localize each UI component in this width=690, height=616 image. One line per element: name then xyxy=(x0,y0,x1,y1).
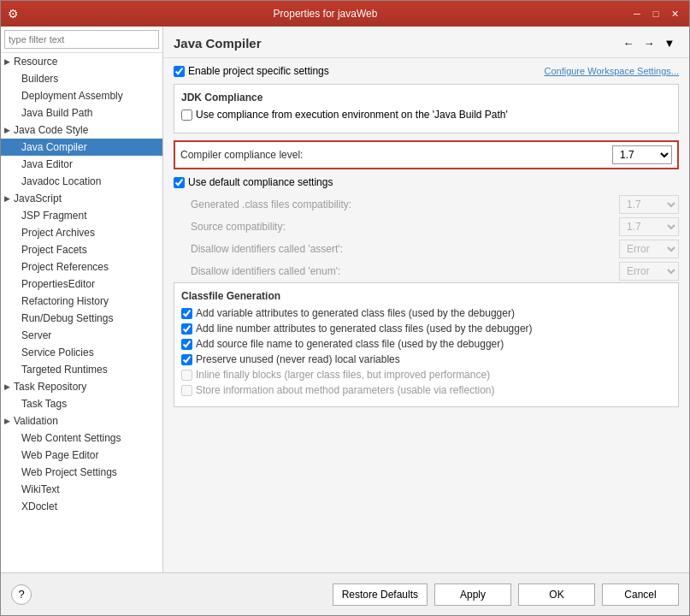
use-defaults-row: Use default compliance settings xyxy=(174,176,679,188)
sidebar-item-server[interactable]: Server xyxy=(1,327,162,344)
restore-defaults-button[interactable]: Restore Defaults xyxy=(333,583,428,606)
classfile-item-checkbox xyxy=(181,370,192,381)
use-defaults-checkbox[interactable] xyxy=(174,177,185,188)
sidebar-item-project-references[interactable]: Project References xyxy=(1,258,162,275)
sidebar-item-task-repository[interactable]: ▶Task Repository xyxy=(1,378,162,395)
content-body: Enable project specific settings Configu… xyxy=(163,58,689,572)
use-exec-env-checkbox[interactable] xyxy=(181,110,192,121)
enable-row: Enable project specific settings Configu… xyxy=(174,65,679,77)
sidebar-item-label-web-content-settings: Web Content Settings xyxy=(21,432,121,444)
classfile-item-checkbox[interactable] xyxy=(181,339,192,350)
sidebar-item-web-page-editor[interactable]: Web Page Editor xyxy=(1,447,162,464)
ok-button[interactable]: OK xyxy=(518,583,595,606)
compliance-setting-select: 1.7 xyxy=(619,195,679,214)
maximize-button[interactable]: □ xyxy=(648,6,663,21)
sidebar-items: ▶ResourceBuildersDeployment AssemblyJava… xyxy=(1,53,162,572)
sidebar-item-label-xdoclet: XDoclet xyxy=(21,500,57,512)
sidebar-item-web-content-settings[interactable]: Web Content Settings xyxy=(1,429,162,447)
compliance-setting-label: Disallow identifiers called 'enum': xyxy=(191,265,619,277)
sidebar-item-label-task-repository: Task Repository xyxy=(14,381,86,393)
java-code-style-arrow-icon: ▶ xyxy=(4,126,10,134)
compliance-setting-row: Disallow identifiers called 'assert':Err… xyxy=(174,238,679,260)
sidebar-item-label-wikitext: WikiText xyxy=(21,483,60,495)
sidebar-item-web-project-settings[interactable]: Web Project Settings xyxy=(1,464,162,481)
sidebar-item-label-project-references: Project References xyxy=(21,261,109,273)
window-controls: ─ □ ✕ xyxy=(629,6,682,21)
sidebar-item-java-editor[interactable]: Java Editor xyxy=(1,156,162,173)
enable-checkbox[interactable] xyxy=(174,66,185,77)
window-icon: ⚙ xyxy=(8,7,21,21)
validation-arrow-icon: ▶ xyxy=(4,417,10,425)
sidebar-item-java-code-style[interactable]: ▶Java Code Style xyxy=(1,121,162,139)
compliance-setting-row: Source compatibility:1.7 xyxy=(174,216,679,238)
sidebar-item-label-java-code-style: Java Code Style xyxy=(14,124,88,136)
sidebar-item-service-policies[interactable]: Service Policies xyxy=(1,344,162,361)
classfile-item-row: Add variable attributes to generated cla… xyxy=(181,307,671,319)
filter-input[interactable] xyxy=(4,30,159,49)
sidebar-item-label-resource: Resource xyxy=(14,56,57,68)
sidebar-item-xdoclet[interactable]: XDoclet xyxy=(1,498,162,515)
sidebar-item-properties-editor[interactable]: PropertiesEditor xyxy=(1,275,162,293)
sidebar-item-deployment-assembly[interactable]: Deployment Assembly xyxy=(1,87,162,104)
sidebar-item-java-build-path[interactable]: Java Build Path xyxy=(1,104,162,121)
sidebar-item-label-javascript: JavaScript xyxy=(14,192,62,204)
sidebar-item-refactoring-history[interactable]: Refactoring History xyxy=(1,293,162,310)
sidebar-item-java-compiler[interactable]: Java Compiler xyxy=(1,139,162,156)
sidebar-item-resource[interactable]: ▶Resource xyxy=(1,53,162,70)
classfile-title: Classfile Generation xyxy=(181,290,671,302)
compliance-setting-label: Generated .class files compatibility: xyxy=(191,198,619,210)
classfile-item-row: Store information about method parameter… xyxy=(181,384,671,396)
sidebar-item-label-refactoring-history: Refactoring History xyxy=(21,295,109,307)
classfile-item-checkbox[interactable] xyxy=(181,308,192,319)
sidebar-item-wikitext[interactable]: WikiText xyxy=(1,481,162,498)
sidebar-item-task-tags[interactable]: Task Tags xyxy=(1,395,162,412)
minimize-button[interactable]: ─ xyxy=(629,6,645,21)
window-title: Properties for javaWeb xyxy=(21,8,629,20)
compliance-setting-select: 1.7 xyxy=(619,217,679,236)
sidebar-item-jsp-fragment[interactable]: JSP Fragment xyxy=(1,207,162,224)
jdk-compliance-title: JDK Compliance xyxy=(181,92,671,104)
sidebar-item-label-builders: Builders xyxy=(21,73,58,85)
task-repository-arrow-icon: ▶ xyxy=(4,382,10,391)
compliance-setting-label: Source compatibility: xyxy=(191,221,619,233)
classfile-item-row: Inline finally blocks (larger class file… xyxy=(181,369,671,381)
close-button[interactable]: ✕ xyxy=(667,6,682,21)
classfile-item-checkbox[interactable] xyxy=(181,354,192,365)
classfile-item-row: Add source file name to generated class … xyxy=(181,338,671,350)
compliance-setting-row: Generated .class files compatibility:1.7 xyxy=(174,193,679,216)
sidebar-item-project-facets[interactable]: Project Facets xyxy=(1,241,162,258)
sidebar-item-label-properties-editor: PropertiesEditor xyxy=(21,278,95,290)
configure-workspace-link[interactable]: Configure Workspace Settings... xyxy=(544,66,679,76)
sidebar-item-run-debug-settings[interactable]: Run/Debug Settings xyxy=(1,310,162,327)
sidebar-item-label-web-page-editor: Web Page Editor xyxy=(21,449,99,461)
titlebar: ⚙ Properties for javaWeb ─ □ ✕ xyxy=(1,1,689,27)
javascript-arrow-icon: ▶ xyxy=(4,194,10,203)
compiler-level-select[interactable]: 1.31.41.51.61.71.8 xyxy=(612,145,672,164)
cancel-button[interactable]: Cancel xyxy=(602,583,679,606)
content-panel: Java Compiler ← → ▼ Enable project speci… xyxy=(163,27,689,572)
compliance-settings: Generated .class files compatibility:1.7… xyxy=(174,193,679,282)
sidebar-item-targeted-runtimes[interactable]: Targeted Runtimes xyxy=(1,361,162,378)
sidebar-item-label-run-debug-settings: Run/Debug Settings xyxy=(21,312,113,324)
forward-button[interactable]: → xyxy=(640,33,658,52)
sidebar-item-javascript[interactable]: ▶JavaScript xyxy=(1,190,162,207)
classfile-item-checkbox[interactable] xyxy=(181,323,192,335)
sidebar-item-label-java-build-path: Java Build Path xyxy=(21,107,92,119)
sidebar-item-label-server: Server xyxy=(21,329,51,341)
help-button[interactable]: ? xyxy=(11,584,32,605)
apply-button[interactable]: Apply xyxy=(434,583,511,606)
sidebar-item-validation[interactable]: ▶Validation xyxy=(1,412,162,429)
sidebar-item-builders[interactable]: Builders xyxy=(1,70,162,87)
sidebar-item-javadoc-location[interactable]: Javadoc Location xyxy=(1,173,162,190)
classfile-item-row: Add line number attributes to generated … xyxy=(181,323,671,335)
back-button[interactable]: ← xyxy=(619,33,638,52)
sidebar-item-label-project-archives: Project Archives xyxy=(21,227,95,239)
sidebar-item-label-java-editor: Java Editor xyxy=(21,158,73,170)
sidebar-item-project-archives[interactable]: Project Archives xyxy=(1,224,162,241)
classfile-item-label: Store information about method parameter… xyxy=(196,384,495,396)
sidebar-item-label-task-tags: Task Tags xyxy=(21,398,67,410)
dropdown-button[interactable]: ▼ xyxy=(660,33,679,52)
classfile-items: Add variable attributes to generated cla… xyxy=(181,307,671,396)
use-exec-env-row: Use compliance from execution environmen… xyxy=(181,109,671,121)
classfile-item-label: Inline finally blocks (larger class file… xyxy=(196,369,490,381)
